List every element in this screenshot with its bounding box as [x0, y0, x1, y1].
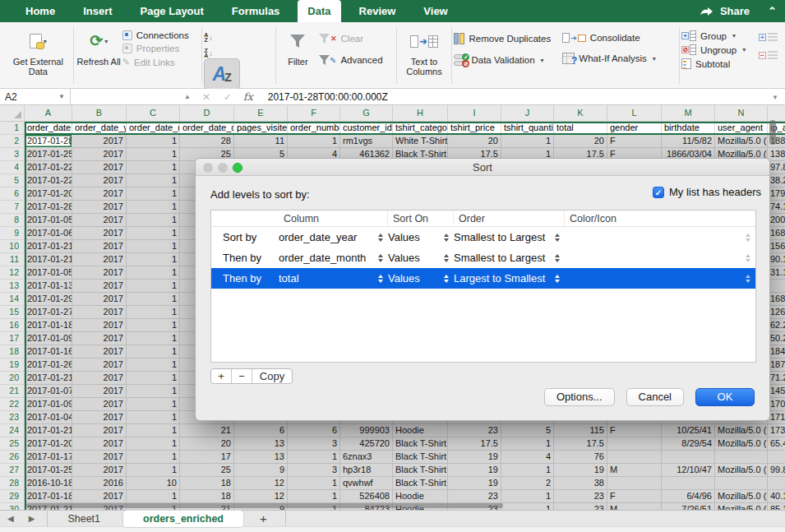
row-header-5[interactable]: 5: [0, 174, 25, 187]
column-header-j[interactable]: J: [501, 105, 554, 121]
row-header-30[interactable]: 30: [0, 503, 25, 510]
cell-B7[interactable]: 2017: [72, 201, 127, 214]
cancel-entry-icon[interactable]: ✕: [202, 91, 210, 103]
cell-F2[interactable]: 1: [288, 135, 340, 148]
cell-B26[interactable]: 2017: [72, 451, 127, 464]
column-header-b[interactable]: B: [72, 105, 127, 121]
advanced-filter-button[interactable]: ✎ Advanced: [318, 54, 383, 66]
cell-B18[interactable]: 2017: [72, 345, 127, 359]
cell-E24[interactable]: 6: [234, 424, 288, 437]
cell-O19[interactable]: 187: [768, 359, 785, 372]
cell-C6[interactable]: 1: [127, 187, 180, 201]
cell-B19[interactable]: 2017: [72, 359, 127, 372]
cell-K26[interactable]: 76: [554, 451, 607, 464]
column-header-m[interactable]: M: [662, 105, 715, 121]
row-header-22[interactable]: 22: [0, 398, 25, 411]
cell-C4[interactable]: 1: [127, 161, 180, 174]
row-header-8[interactable]: 8: [0, 214, 25, 227]
cell-C23[interactable]: 1: [127, 411, 180, 424]
cell-B9[interactable]: 2017: [72, 227, 127, 240]
cell-G25[interactable]: 425720: [340, 437, 393, 451]
cell-B20[interactable]: 2017: [72, 372, 127, 385]
cell-O18[interactable]: 184: [768, 345, 785, 359]
row-header-1[interactable]: 1: [0, 122, 25, 135]
cell-B21[interactable]: 2017: [72, 385, 127, 398]
sheet-nav-right-icon[interactable]: ▶: [21, 514, 43, 523]
filter-button[interactable]: Filter: [278, 25, 318, 86]
cell-L27[interactable]: M: [607, 464, 662, 477]
cell-I2[interactable]: 20: [448, 135, 501, 148]
cell-A10[interactable]: 2017-01-21T: [25, 240, 72, 253]
cell-A15[interactable]: 2017-01-27T: [25, 306, 72, 319]
cell-O15[interactable]: 126: [768, 306, 785, 319]
row-header-15[interactable]: 15: [0, 306, 25, 319]
cell-A7[interactable]: 2017-01-28T: [25, 201, 72, 214]
cell-D28[interactable]: 18: [180, 477, 234, 490]
cell-O8[interactable]: 200: [768, 214, 785, 227]
cell-O13[interactable]: [768, 280, 785, 293]
level-column-dropdown[interactable]: order_date_year: [279, 231, 388, 243]
column-header-l[interactable]: L: [607, 105, 662, 121]
text-to-columns-button[interactable]: ➔ Text to Columns: [399, 25, 450, 86]
tab-formulas[interactable]: Formulas: [222, 1, 290, 22]
cell-E28[interactable]: 12: [234, 477, 288, 490]
cell-I24[interactable]: 23: [448, 424, 501, 437]
cell-A22[interactable]: 2017-01-09T: [25, 398, 72, 411]
cell-J24[interactable]: 5: [501, 424, 554, 437]
row-header-11[interactable]: 11: [0, 253, 25, 266]
level-order-dropdown[interactable]: Smallest to Largest: [454, 252, 565, 264]
level-order-dropdown[interactable]: Smallest to Largest: [454, 231, 565, 243]
row-header-16[interactable]: 16: [0, 319, 25, 332]
level-color-icon-dropdown[interactable]: [565, 234, 755, 242]
cell-G27[interactable]: hp3r18: [340, 464, 393, 477]
confirm-entry-icon[interactable]: ✓: [224, 91, 232, 103]
cell-C28[interactable]: 10: [127, 477, 180, 490]
row-header-21[interactable]: 21: [0, 385, 25, 398]
cell-B12[interactable]: 2017: [72, 266, 127, 280]
cell-C17[interactable]: 1: [127, 332, 180, 345]
cell-O11[interactable]: 90.1: [768, 253, 785, 266]
cell-K25[interactable]: 17.5: [554, 437, 607, 451]
cell-A28[interactable]: 2016-10-18T: [25, 477, 72, 490]
cell-C18[interactable]: 1: [127, 345, 180, 359]
level-column-dropdown[interactable]: total: [279, 272, 388, 285]
stepper-icon[interactable]: [378, 234, 383, 242]
remove-duplicates-button[interactable]: Remove Duplicates: [454, 33, 551, 44]
cell-L25[interactable]: [607, 437, 662, 451]
cell-A14[interactable]: 2017-01-29T: [25, 293, 72, 306]
consolidate-button[interactable]: ➔Consolidate: [562, 33, 640, 43]
cell-I28[interactable]: 19: [448, 477, 501, 490]
cell-B29[interactable]: 2017: [72, 490, 127, 503]
group-button[interactable]: +Group▾: [681, 30, 736, 41]
cell-N27[interactable]: Mozilla/5.0 (: [715, 464, 768, 477]
cell-O4[interactable]: 97.8: [768, 161, 785, 174]
cell-C8[interactable]: 1: [127, 214, 180, 227]
column-header-k[interactable]: K: [554, 105, 607, 121]
cell-A5[interactable]: 2017-01-22T: [25, 174, 72, 187]
cell-A17[interactable]: 2017-01-09T: [25, 332, 72, 345]
cell-L30[interactable]: M: [607, 503, 662, 510]
cell-A11[interactable]: 2017-01-21T: [25, 253, 72, 266]
column-header-e[interactable]: E: [234, 105, 288, 121]
column-header-o[interactable]: O: [768, 105, 785, 121]
cell-C14[interactable]: 1: [127, 293, 180, 306]
stepper-icon[interactable]: [378, 275, 383, 283]
level-column-dropdown[interactable]: order_date_month: [279, 252, 388, 264]
cell-O5[interactable]: 38.2: [768, 174, 785, 187]
cell-J29[interactable]: 1: [501, 490, 554, 503]
get-external-data-button[interactable]: ▾ Get External Data: [5, 25, 72, 86]
cell-A23[interactable]: 2017-01-04T: [25, 411, 72, 424]
cell-K2[interactable]: 20: [554, 135, 607, 148]
ok-button[interactable]: OK: [695, 388, 755, 406]
cell-L26[interactable]: [607, 451, 662, 464]
row-header-6[interactable]: 6: [0, 187, 25, 201]
cell-M30[interactable]: 7/26/51: [662, 503, 715, 510]
cell-C13[interactable]: 1: [127, 280, 180, 293]
cell-B2[interactable]: 2017: [72, 135, 127, 148]
cell-B4[interactable]: 2017: [72, 161, 127, 174]
row-header-23[interactable]: 23: [0, 411, 25, 424]
cell-H26[interactable]: Black T-Shirt: [393, 451, 448, 464]
cell-N28[interactable]: [715, 477, 768, 490]
cell-O29[interactable]: 40.1: [768, 490, 785, 503]
cell-O17[interactable]: 50.2: [768, 332, 785, 345]
